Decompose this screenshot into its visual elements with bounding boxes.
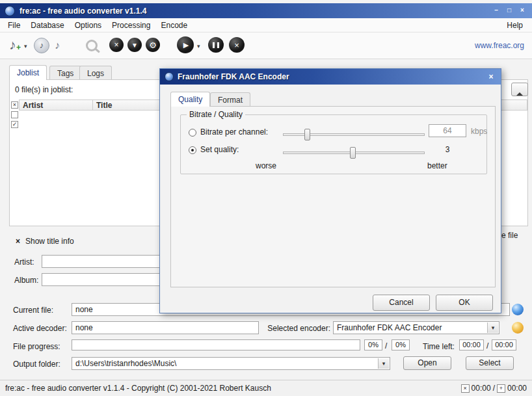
freac-website-link[interactable]: www.freac.org: [475, 41, 524, 50]
time-left-file: 00:00: [459, 339, 484, 350]
maximize-icon[interactable]: □: [504, 6, 514, 16]
output-folder-label: Output folder:: [13, 360, 60, 369]
add-file-dropdown-icon[interactable]: ▾: [24, 43, 27, 49]
selected-encoder-value: Fraunhofer FDK AAC Encoder: [337, 323, 442, 332]
add-audio-cd-icon[interactable]: ♪: [34, 38, 49, 53]
dialog-tab-quality[interactable]: Quality: [170, 92, 210, 107]
dialog-tab-panel: Bitrate / Quality Bitrate per channel: 6…: [170, 106, 496, 287]
start-encoding-dropdown-icon[interactable]: ▾: [197, 43, 200, 49]
output-folder-dropdown-icon[interactable]: ▾: [378, 358, 389, 369]
info-ball-icon[interactable]: [512, 304, 524, 315]
time-slash: /: [486, 341, 488, 350]
window-title: fre:ac - free audio converter v1.1.4: [20, 7, 146, 16]
minimize-icon[interactable]: –: [491, 6, 501, 16]
open-button[interactable]: Open: [403, 356, 451, 370]
note-glyph: ♪: [9, 37, 16, 52]
quality-value: 3: [429, 145, 466, 154]
bitrate-radio[interactable]: [189, 129, 196, 137]
pause-icon[interactable]: [208, 37, 224, 53]
title-bar: fre:ac - free audio converter v1.1.4 – □…: [0, 3, 532, 18]
partial-label-e-file: e file: [501, 231, 518, 240]
menu-help[interactable]: Help: [500, 20, 529, 31]
show-title-info-toggle-icon[interactable]: ×: [16, 237, 20, 246]
statusbar-times: × 00:00 / + 00:00: [461, 384, 527, 393]
encoder-settings-ball-icon[interactable]: [512, 322, 524, 334]
dialog-tab-format[interactable]: Format: [210, 92, 250, 106]
remove-icon[interactable]: ×: [109, 38, 124, 52]
tab-logs[interactable]: Logs: [79, 66, 112, 79]
quality-radio[interactable]: [189, 146, 196, 154]
percent-slash: /: [385, 341, 387, 350]
bitrate-unit-label: kbps: [471, 127, 487, 136]
selected-encoder-label: Selected encoder:: [263, 324, 330, 333]
bitrate-quality-group: Bitrate / Quality Bitrate per channel: 6…: [180, 114, 487, 174]
eject-button[interactable]: [511, 83, 528, 96]
cd-note-glyph: ♪: [40, 40, 44, 50]
statusbar-time-icon-2: +: [497, 384, 505, 393]
cddb-query-icon[interactable]: [85, 38, 100, 54]
status-bar: fre:ac - free audio converter v1.1.4 - C…: [0, 380, 532, 396]
statusbar-time-slash: /: [493, 384, 495, 393]
dialog-icon: [165, 72, 174, 81]
app-window: fre:ac - free audio converter v1.1.4 – □…: [0, 0, 532, 396]
close-icon[interactable]: ×: [517, 6, 527, 16]
tab-joblist[interactable]: Joblist: [9, 65, 47, 80]
bitrate-value-field[interactable]: 64: [429, 124, 466, 137]
file-progress-bar: [72, 339, 360, 350]
selected-encoder-combobox[interactable]: Fraunhofer FDK AAC Encoder ▾: [333, 321, 499, 334]
plus-badge-icon: +: [16, 43, 21, 52]
column-header-artist[interactable]: Artist: [19, 99, 93, 111]
show-title-info-label[interactable]: Show title info: [25, 237, 74, 246]
time-left-label: Time left:: [423, 342, 455, 351]
active-decoder-value: none: [72, 321, 259, 334]
stop-icon[interactable]: ×: [229, 37, 245, 53]
progress-percent-file: 0%: [364, 339, 382, 350]
tab-tags[interactable]: Tags: [49, 66, 81, 79]
start-encoding-icon[interactable]: ▶: [177, 36, 194, 53]
joblist-count: 0 file(s) in joblist:: [15, 85, 73, 94]
app-icon: [5, 6, 15, 16]
download-icon[interactable]: ▼: [127, 38, 142, 52]
cancel-button[interactable]: Cancel: [373, 295, 430, 311]
select-none-checkbox[interactable]: [11, 111, 18, 118]
settings-icon[interactable]: ⚙: [146, 38, 160, 52]
worse-label: worse: [256, 161, 276, 170]
progress-percent-total: 0%: [392, 339, 410, 350]
current-file-label: Current file:: [13, 306, 53, 315]
bitrate-label: Bitrate per channel:: [200, 127, 268, 137]
menu-processing[interactable]: Processing: [107, 20, 155, 31]
menu-options[interactable]: Options: [70, 20, 107, 31]
menu-database[interactable]: Database: [25, 20, 69, 31]
encoder-config-dialog: Fraunhofer FDK AAC Encoder × Quality For…: [159, 68, 501, 313]
statusbar-time-1: 00:00: [472, 384, 491, 393]
quality-slider[interactable]: [283, 152, 425, 154]
active-decoder-label: Active decoder:: [13, 324, 67, 333]
select-button[interactable]: Select: [466, 356, 514, 370]
better-label: better: [427, 161, 447, 170]
dialog-close-icon[interactable]: ×: [486, 72, 496, 81]
menu-file[interactable]: File: [3, 20, 25, 31]
quality-slider-thumb[interactable]: [350, 147, 356, 159]
window-controls: – □ ×: [491, 6, 527, 16]
menu-bar: File Database Options Processing Encode …: [0, 18, 532, 33]
eject-icon: [516, 83, 523, 96]
output-folder-combobox[interactable]: d:\Users\tristanrhodes\Music\ ▾: [72, 357, 390, 370]
bitrate-slider[interactable]: [283, 133, 425, 136]
statusbar-time-icon-1: ×: [461, 384, 470, 393]
quality-label: Set quality:: [200, 145, 239, 154]
select-all-checkbox[interactable]: ×: [11, 101, 18, 109]
pause-bar: [217, 42, 219, 48]
encoder-dropdown-icon[interactable]: ▾: [487, 323, 498, 333]
statusbar-text: fre:ac - free audio converter v1.1.4 - C…: [5, 384, 271, 393]
file-progress-label: File progress:: [13, 342, 60, 351]
time-left-total: 00:00: [492, 339, 516, 350]
menu-encode[interactable]: Encode: [155, 20, 193, 31]
toggle-selection-checkbox[interactable]: ✓: [11, 121, 18, 128]
add-playlist-icon[interactable]: ♪: [55, 40, 60, 51]
artist-label: Artist:: [14, 257, 34, 267]
bitrate-slider-thumb[interactable]: [304, 129, 310, 140]
dialog-title: Fraunhofer FDK AAC Encoder: [178, 72, 289, 81]
output-folder-value: d:\Users\tristanrhodes\Music\: [75, 359, 176, 368]
add-file-icon[interactable]: ♪ +: [9, 37, 16, 53]
ok-button[interactable]: OK: [436, 295, 493, 311]
